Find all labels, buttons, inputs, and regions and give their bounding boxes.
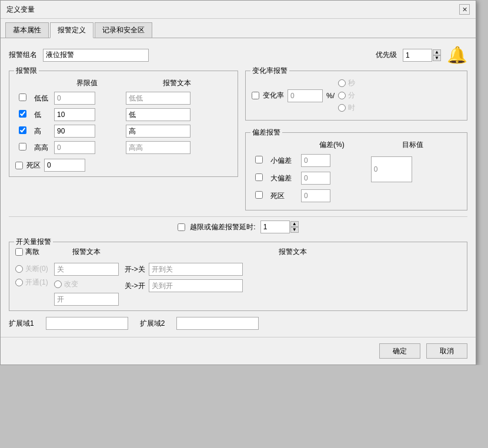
ext1-label: 扩展域1 — [9, 319, 34, 329]
change-radio[interactable] — [54, 280, 62, 288]
rate-radio-sec: 秒 — [338, 78, 355, 88]
alarm-group-row: 报警组名 优先级 ▲ ▼ 🔔 — [9, 45, 467, 65]
delay-up-btn[interactable]: ▲ — [290, 221, 299, 227]
alarm-group-label: 报警组名 — [9, 50, 37, 60]
ext2-label: 扩展域2 — [140, 319, 165, 329]
highhigh-check[interactable] — [19, 143, 26, 151]
section-divider: 报警限 界限值 报警文本 — [9, 71, 467, 216]
switch-alarm-group: 开关量报警 离散 关断(0) 开通(1) — [9, 242, 467, 311]
deadzone-check[interactable] — [15, 162, 23, 169]
table-row: 高 — [16, 123, 230, 139]
off-radio-label: 关断(0) — [25, 264, 48, 274]
priority-label: 优先级 — [376, 50, 397, 60]
right-panel: 变化率报警 变化率 %/ 秒 — [245, 71, 467, 216]
highhigh-text-input[interactable] — [126, 141, 190, 154]
extension-row: 扩展域1 扩展域2 — [9, 317, 467, 330]
deadzone-row: 死区 — [15, 159, 232, 172]
close-to-open-label: 关->开 — [125, 281, 145, 291]
on-radio-label: 开通(1) — [25, 278, 48, 287]
ext1-input[interactable] — [46, 317, 128, 330]
delay-input[interactable] — [260, 220, 290, 233]
rate-check[interactable] — [252, 92, 259, 99]
large-dev-input[interactable] — [301, 172, 330, 185]
discrete-check[interactable] — [15, 248, 23, 256]
table-row: 高高 — [16, 140, 230, 155]
alarm-limit-table: 界限值 报警文本 低低 — [15, 76, 232, 156]
tab-log-security[interactable]: 记录和安全区 — [95, 22, 152, 38]
alarm-limit-group: 报警限 界限值 报警文本 — [9, 71, 238, 177]
rate-row: 变化率 %/ 秒 分 — [252, 76, 461, 115]
close-to-open-row: 关->开 — [125, 279, 461, 292]
table-row: 死区 — [253, 188, 460, 204]
alarm-limit-group-label: 报警限 — [14, 66, 39, 76]
title-bar: 定义变量 ✕ — [1, 1, 476, 19]
change-radio-row: 改变 — [54, 279, 119, 289]
delay-spinbox: ▲ ▼ — [260, 220, 299, 233]
switch-left: 离散 关断(0) 开通(1) — [15, 247, 54, 287]
low-check[interactable] — [19, 110, 26, 118]
rate-label: 变化率 — [263, 91, 284, 101]
lowlow-check[interactable] — [19, 93, 26, 101]
open-to-close-label: 开->关 — [125, 265, 145, 275]
ok-button[interactable]: 确定 — [379, 343, 420, 359]
deviation-table: 偏差(%) 目标值 小偏差 — [252, 138, 461, 205]
target-col-header: 目标值 — [366, 139, 460, 151]
change-radio-label: 改变 — [64, 279, 78, 289]
rate-hour-radio[interactable] — [338, 104, 346, 112]
rate-min-radio[interactable] — [338, 92, 346, 99]
priority-up-btn[interactable]: ▲ — [433, 49, 441, 55]
alarm-text-header2: 报警文本 — [125, 247, 461, 257]
deviation-alarm-label: 偏差报警 — [250, 128, 282, 138]
bottom-bar: 确定 取消 — [1, 337, 476, 365]
high-limit-input[interactable] — [54, 125, 95, 138]
dev-deadzone-input[interactable] — [301, 189, 330, 202]
discrete-label: 离散 — [25, 247, 39, 257]
discrete-row: 离散 — [15, 247, 48, 257]
close-button[interactable]: ✕ — [459, 4, 470, 15]
rate-alarm-label: 变化率报警 — [250, 66, 289, 76]
small-dev-check[interactable] — [255, 156, 263, 163]
priority-input[interactable] — [403, 49, 432, 62]
deadzone-label: 死区 — [26, 161, 41, 170]
dev-deadzone-check[interactable] — [255, 191, 263, 199]
table-row: 低低 — [16, 91, 230, 106]
rate-unit: %/ — [326, 92, 335, 100]
rate-sec-radio[interactable] — [338, 79, 346, 87]
off-radio[interactable] — [15, 265, 23, 273]
delay-down-btn[interactable]: ▼ — [290, 227, 299, 233]
small-dev-input[interactable] — [301, 154, 330, 167]
priority-spinbox: ▲ ▼ — [403, 49, 441, 62]
delay-check[interactable] — [178, 223, 185, 231]
priority-down-btn[interactable]: ▼ — [433, 55, 441, 61]
table-row: 小偏差 — [253, 152, 460, 169]
low-limit-input[interactable] — [54, 108, 95, 121]
high-text-input[interactable] — [126, 125, 190, 138]
high-check[interactable] — [19, 126, 26, 134]
col-limit-header: 界限值 — [52, 77, 122, 89]
dialog-title: 定义变量 — [6, 5, 35, 15]
deadzone-input[interactable] — [44, 159, 85, 172]
cancel-button[interactable]: 取消 — [426, 343, 467, 359]
tab-basic-props[interactable]: 基本属性 — [5, 22, 49, 38]
switch-on-text[interactable] — [54, 293, 119, 306]
highhigh-limit-input[interactable] — [54, 141, 95, 154]
lowlow-limit-input[interactable] — [54, 92, 95, 105]
tab-bar: 基本属性 报警定义 记录和安全区 — [1, 19, 476, 38]
alarm-group-input[interactable] — [43, 49, 149, 62]
deviation-alarm-group: 偏差报警 偏差(%) 目标值 — [245, 132, 467, 210]
switch-inner: 离散 关断(0) 开通(1) 报警文本 — [15, 247, 461, 306]
rate-input[interactable] — [288, 89, 323, 102]
tab-alarm-def[interactable]: 报警定义 — [50, 22, 93, 38]
target-input[interactable] — [371, 156, 412, 182]
large-dev-check[interactable] — [255, 173, 263, 181]
ext2-input[interactable] — [176, 317, 259, 330]
open-to-close-input[interactable] — [149, 263, 243, 276]
low-text-input[interactable] — [126, 108, 190, 121]
on-radio[interactable] — [15, 279, 23, 286]
on-radio-row: 开通(1) — [15, 278, 48, 287]
switch-off-text[interactable] — [54, 263, 119, 276]
rate-radio-group: 秒 分 时 — [338, 78, 355, 113]
close-to-open-input[interactable] — [149, 279, 243, 292]
lowlow-text-input[interactable] — [126, 92, 190, 105]
switch-alarm-group-label: 开关量报警 — [14, 237, 53, 247]
